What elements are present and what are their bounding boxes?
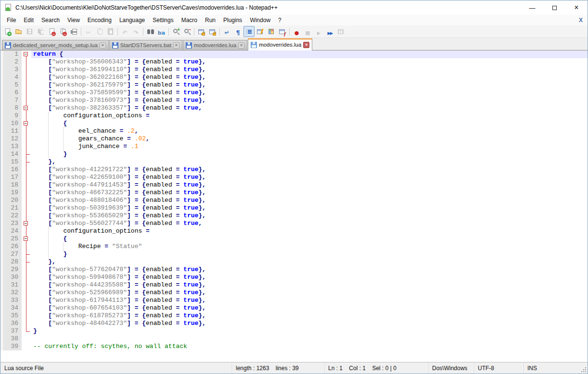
- fold-margin[interactable]: [22, 289, 31, 297]
- code-text[interactable]: configuration_options =: [31, 227, 588, 235]
- code-text[interactable]: ["workshop-362175979"] = {enabled = true…: [31, 81, 588, 89]
- fold-margin[interactable]: [22, 312, 31, 320]
- editor-line-11[interactable]: 11 eel_chance = .2,: [0, 127, 588, 135]
- bookmark-margin[interactable]: [0, 81, 4, 89]
- save-button[interactable]: [24, 26, 35, 37]
- editor[interactable]: 1return {2 ["workshop-356006343"] = {ena…: [0, 50, 588, 362]
- fold-margin[interactable]: [22, 327, 31, 335]
- code-text[interactable]: ["workshop-361994110"] = {enabled = true…: [31, 66, 588, 74]
- fold-margin[interactable]: [22, 174, 31, 181]
- bookmark-margin[interactable]: [0, 312, 4, 320]
- code-text[interactable]: ["workshop-375859599"] = {enabled = true…: [31, 89, 588, 97]
- fold-margin[interactable]: [22, 74, 31, 81]
- fold-margin[interactable]: [22, 204, 31, 212]
- save-macro-button[interactable]: [335, 26, 346, 37]
- zoom-in-button[interactable]: +: [170, 26, 181, 37]
- fold-collapse-icon[interactable]: [24, 237, 28, 241]
- bookmark-margin[interactable]: [0, 143, 4, 150]
- bookmark-margin[interactable]: [0, 204, 4, 212]
- editor-line-27[interactable]: 27 }: [0, 250, 588, 258]
- bookmark-margin[interactable]: [0, 181, 4, 189]
- code-text[interactable]: [31, 335, 588, 343]
- fold-margin[interactable]: [22, 181, 31, 189]
- fold-margin[interactable]: [22, 58, 31, 66]
- zoom-out-button[interactable]: –: [181, 26, 192, 37]
- fold-margin[interactable]: [22, 220, 31, 227]
- fold-margin[interactable]: [22, 235, 31, 243]
- code-text[interactable]: ["workshop-444235588"] = {enabled = true…: [31, 281, 588, 289]
- fold-collapse-icon[interactable]: [24, 221, 28, 225]
- bookmark-margin[interactable]: [0, 104, 4, 112]
- menu-file[interactable]: File: [3, 15, 20, 25]
- code-text[interactable]: }: [31, 250, 588, 258]
- bookmark-margin[interactable]: [0, 66, 4, 74]
- code-text[interactable]: ["workshop-466732225"] = {enabled = true…: [31, 189, 588, 197]
- minimize-button[interactable]: —: [521, 0, 543, 15]
- code-text[interactable]: ["workshop-362022168"] = {enabled = true…: [31, 74, 588, 81]
- fold-margin[interactable]: [22, 250, 31, 258]
- editor-line-31[interactable]: 31 ["workshop-444235588"] = {enabled = t…: [0, 281, 588, 289]
- bookmark-margin[interactable]: [0, 97, 4, 104]
- code-text[interactable]: }: [31, 327, 588, 335]
- menu-help[interactable]: ?: [274, 15, 285, 25]
- code-text[interactable]: ["workshop-484042273"] = {enabled = true…: [31, 320, 588, 327]
- menu-close-doc-x[interactable]: X: [579, 17, 583, 24]
- fold-margin[interactable]: [22, 112, 31, 120]
- run-macro-multiple-button[interactable]: ▶▶: [324, 26, 335, 37]
- replace-button[interactable]: ba: [156, 26, 167, 37]
- bookmark-margin[interactable]: [0, 220, 4, 227]
- tab-close-icon[interactable]: ×: [100, 42, 106, 49]
- tab-close-icon[interactable]: ×: [303, 42, 309, 48]
- bookmark-margin[interactable]: [0, 320, 4, 327]
- fold-margin[interactable]: [22, 320, 31, 327]
- tab-modoverrides.lua[interactable]: modoverrides.lua×: [248, 38, 312, 50]
- bookmark-margin[interactable]: [0, 250, 4, 258]
- editor-line-13[interactable]: 13 junk_chance = .1: [0, 143, 588, 150]
- cut-button[interactable]: ✂: [83, 26, 94, 37]
- bookmark-margin[interactable]: [0, 135, 4, 143]
- open-file-button[interactable]: [13, 26, 24, 37]
- code-text[interactable]: ["workshop-412291722"] = {enabled = true…: [31, 166, 588, 174]
- fold-margin[interactable]: [22, 258, 31, 266]
- new-file-button[interactable]: +: [2, 26, 13, 37]
- editor-line-34[interactable]: 34 ["workshop-607654103"] = {enabled = t…: [0, 304, 588, 312]
- editor-line-12[interactable]: 12 gears_chance = .02,: [0, 135, 588, 143]
- fold-margin[interactable]: [22, 243, 31, 250]
- function-list-button[interactable]: f: [277, 26, 288, 37]
- print-button[interactable]: [68, 26, 79, 37]
- bookmark-margin[interactable]: [0, 127, 4, 135]
- fold-margin[interactable]: [22, 189, 31, 197]
- code-text[interactable]: {: [31, 120, 588, 127]
- fold-margin[interactable]: [22, 150, 31, 158]
- fold-margin[interactable]: [22, 212, 31, 220]
- code-text[interactable]: ["workshop-488018406"] = {enabled = true…: [31, 197, 588, 204]
- bookmark-margin[interactable]: [0, 335, 4, 343]
- fold-collapse-icon[interactable]: [24, 106, 28, 110]
- editor-line-22[interactable]: 22 ["workshop-553665029"] = {enabled = t…: [0, 212, 588, 220]
- editor-line-9[interactable]: 9 configuration_options =: [0, 112, 588, 120]
- fold-margin[interactable]: [22, 97, 31, 104]
- editor-line-37[interactable]: 37}: [0, 327, 588, 335]
- editor-line-17[interactable]: 17 ["workshop-422659100"] = {enabled = t…: [0, 174, 588, 181]
- bookmark-margin[interactable]: [0, 289, 4, 297]
- editor-line-14[interactable]: 14 }: [0, 150, 588, 158]
- code-text[interactable]: ["workshop-553665029"] = {enabled = true…: [31, 212, 588, 220]
- status-encoding[interactable]: UTF-8: [473, 362, 523, 374]
- bookmark-margin[interactable]: [0, 158, 4, 166]
- bookmark-margin[interactable]: [0, 281, 4, 289]
- play-macro-button[interactable]: ▶: [313, 26, 324, 37]
- fold-margin[interactable]: [22, 120, 31, 127]
- stop-recording-button[interactable]: ■: [302, 26, 313, 37]
- bookmark-margin[interactable]: [0, 166, 4, 174]
- editor-line-4[interactable]: 4 ["workshop-362022168"] = {enabled = tr…: [0, 74, 588, 81]
- code-text[interactable]: Recipe = "Statue": [31, 243, 588, 250]
- editor-line-16[interactable]: 16 ["workshop-412291722"] = {enabled = t…: [0, 166, 588, 174]
- fold-margin[interactable]: [22, 343, 31, 350]
- close-button[interactable]: ×: [565, 0, 588, 15]
- code-text[interactable]: ["workshop-503919639"] = {enabled = true…: [31, 204, 588, 212]
- bookmark-margin[interactable]: [0, 304, 4, 312]
- code-text[interactable]: ["workshop-577620478"] = {enabled = true…: [31, 266, 588, 274]
- code-text[interactable]: ["workshop-607654103"] = {enabled = true…: [31, 304, 588, 312]
- bookmark-margin[interactable]: [0, 266, 4, 274]
- fold-margin[interactable]: [22, 297, 31, 304]
